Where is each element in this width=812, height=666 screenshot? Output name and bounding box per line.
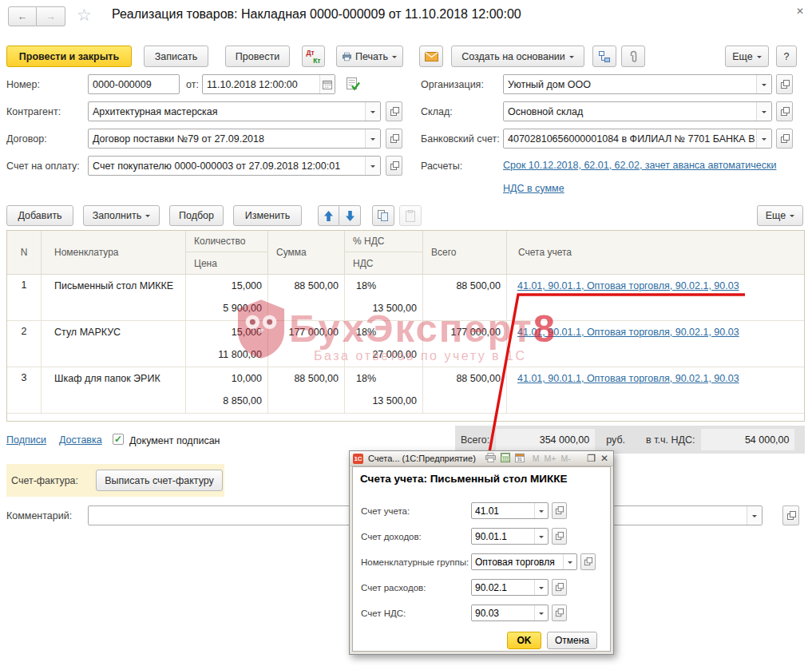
dialog-maximize-icon[interactable]: ❐ — [587, 453, 596, 464]
move-up-button[interactable] — [318, 205, 339, 226]
dropdown-button[interactable] — [747, 506, 762, 525]
expense-account-input[interactable]: 90.02.1 — [471, 579, 549, 596]
accounts-link[interactable]: 41.01, 90.01.1, Оптовая торговля, 90.02.… — [517, 327, 739, 338]
bank-account-input[interactable]: 40702810656000001084 в ФИЛИАЛ № 7701 БАН… — [503, 129, 772, 149]
vat-account-label: Счет НДС: — [361, 609, 406, 618]
date-input[interactable]: 11.10.2018 12:00:00 — [202, 74, 335, 94]
column-header-accounts[interactable]: Счета учета — [507, 231, 804, 274]
organization-open-button[interactable] — [776, 74, 793, 94]
cell-n: 1 — [7, 275, 42, 320]
help-button[interactable]: ? — [776, 46, 797, 67]
settlements-link[interactable]: Срок 10.12.2018, 62.01, 62.02, зачет ава… — [503, 160, 776, 171]
column-header-n[interactable]: N — [7, 231, 42, 274]
attachments-button[interactable] — [621, 46, 645, 67]
column-header-vat-percent[interactable]: % НДС — [345, 231, 423, 252]
table-row[interactable]: 2 Стул МАРКУС 15,00011 800,00 177 000,00… — [7, 321, 804, 367]
cell-quantity-price: 15,0005 900,00 — [186, 275, 268, 320]
payment-invoice-open-button[interactable] — [386, 156, 402, 176]
accounts-link[interactable]: 41.01, 90.01.1, Оптовая торговля, 90.02.… — [517, 373, 739, 384]
calendar-picker-button[interactable] — [319, 75, 335, 93]
back-button[interactable]: ← — [8, 6, 37, 26]
account-input[interactable]: 41.01 — [471, 502, 549, 519]
copy-rows-button[interactable] — [372, 205, 394, 226]
comment-open-button[interactable] — [782, 505, 799, 525]
dropdown-button[interactable] — [365, 102, 380, 121]
cell-total: 88 500,00 — [423, 367, 507, 413]
more-button[interactable]: Еще — [725, 46, 769, 67]
forward-button[interactable]: → — [37, 6, 65, 26]
memory-minus-button[interactable]: M- — [560, 454, 570, 463]
dialog-calendar-button[interactable]: 31 — [515, 453, 525, 464]
print-button[interactable]: Печать — [336, 46, 403, 67]
dropdown-button[interactable] — [563, 554, 576, 569]
ok-button[interactable]: OK — [507, 632, 541, 649]
memory-plus-button[interactable]: M+ — [545, 454, 557, 463]
items-more-button[interactable]: Еще — [757, 205, 803, 226]
vat-account-input[interactable]: 90.03 — [471, 605, 549, 621]
table-row[interactable]: 1 Письменный стол МИККЕ 15,0005 900,00 8… — [7, 275, 804, 321]
column-header-total[interactable]: Всего — [423, 231, 507, 274]
payment-invoice-input[interactable]: Счет покупателю 0000-000003 от 27.09.201… — [88, 156, 381, 176]
dropdown-button[interactable] — [756, 102, 771, 121]
add-row-button[interactable]: Добавить — [6, 205, 73, 226]
total-label: Всего: — [461, 434, 489, 446]
dropdown-button[interactable] — [534, 503, 548, 518]
dialog-print-button[interactable] — [485, 453, 496, 464]
dialog-close-icon[interactable]: ✕ — [600, 453, 608, 464]
warehouse-input[interactable]: Основной склад — [503, 101, 772, 121]
cancel-button[interactable]: Отмена — [547, 632, 597, 649]
fill-button[interactable]: Заполнить — [83, 205, 160, 226]
nomenclature-groups-input[interactable]: Оптовая торговля — [471, 553, 577, 570]
contract-input[interactable]: Договор поставки №79 от 27.09.2018 — [88, 129, 381, 149]
issue-invoice-button[interactable]: Выписать счет-фактуру — [96, 470, 223, 491]
move-down-button[interactable] — [339, 205, 361, 226]
favorites-star-icon[interactable]: ☆ — [77, 6, 92, 25]
dropdown-button[interactable] — [534, 605, 548, 620]
write-button[interactable]: Записать — [144, 46, 208, 67]
set-posting-time-button[interactable] — [347, 77, 360, 94]
delivery-link[interactable]: Доставка — [59, 434, 102, 446]
create-on-basis-button[interactable]: Создать на основании — [451, 46, 584, 67]
post-button[interactable]: Провести — [225, 46, 290, 67]
income-account-open-button[interactable] — [552, 528, 567, 545]
column-header-nomenclature[interactable]: Номенклатура — [42, 231, 186, 274]
document-structure-button[interactable] — [592, 46, 616, 67]
column-header-price[interactable]: Цена — [186, 252, 268, 274]
dropdown-button[interactable] — [365, 157, 380, 175]
document-signed-checkbox[interactable]: ✓ — [113, 434, 124, 445]
change-button[interactable]: Изменить — [233, 205, 302, 226]
counterparty-input[interactable]: Архитектурная мастерская — [88, 101, 381, 121]
signatures-link[interactable]: Подписи — [6, 434, 46, 446]
expense-account-open-button[interactable] — [552, 579, 567, 596]
accounts-link[interactable]: 41.01, 90.01.1, Оптовая торговля, 90.02.… — [517, 280, 739, 291]
vat-mode-link[interactable]: НДС в сумме — [503, 183, 564, 194]
dropdown-button[interactable] — [756, 129, 771, 148]
number-input[interactable]: 0000-000009 — [88, 74, 180, 94]
account-open-button[interactable] — [552, 502, 567, 519]
income-account-input[interactable]: 90.01.1 — [471, 528, 549, 545]
dropdown-button[interactable] — [534, 580, 548, 595]
column-header-vat[interactable]: НДС — [345, 252, 423, 274]
send-email-button[interactable] — [419, 46, 443, 67]
paste-rows-button[interactable] — [399, 205, 422, 226]
vat-account-open-button[interactable] — [552, 605, 567, 621]
nomenclature-groups-open-button[interactable] — [580, 553, 596, 570]
dialog-calculator-button[interactable] — [501, 453, 510, 464]
organization-input[interactable]: Уютный дом ООО — [503, 74, 772, 94]
dt-kt-postings-button[interactable]: Дт Кт — [302, 46, 325, 67]
pick-button[interactable]: Подбор — [169, 205, 224, 226]
dropdown-button[interactable] — [756, 75, 771, 93]
counterparty-open-button[interactable] — [386, 101, 402, 121]
table-row[interactable]: 3 Шкаф для папок ЭРИК 10,0008 850,00 88 … — [7, 367, 804, 414]
accounts-dialog: 1С Счета... (1С:Предприятие) 31 M M+ M- … — [349, 450, 614, 655]
window-close-icon[interactable]: ✕ — [796, 6, 804, 17]
post-and-close-button[interactable]: Провести и закрыть — [6, 46, 132, 67]
dropdown-button[interactable] — [534, 529, 548, 544]
dropdown-button[interactable] — [365, 129, 380, 148]
warehouse-open-button[interactable] — [776, 101, 793, 121]
memory-button[interactable]: M — [533, 454, 540, 463]
column-header-quantity[interactable]: Количество — [186, 231, 268, 252]
bank-account-open-button[interactable] — [776, 129, 793, 149]
contract-open-button[interactable] — [386, 129, 402, 149]
column-header-sum[interactable]: Сумма — [268, 231, 345, 274]
